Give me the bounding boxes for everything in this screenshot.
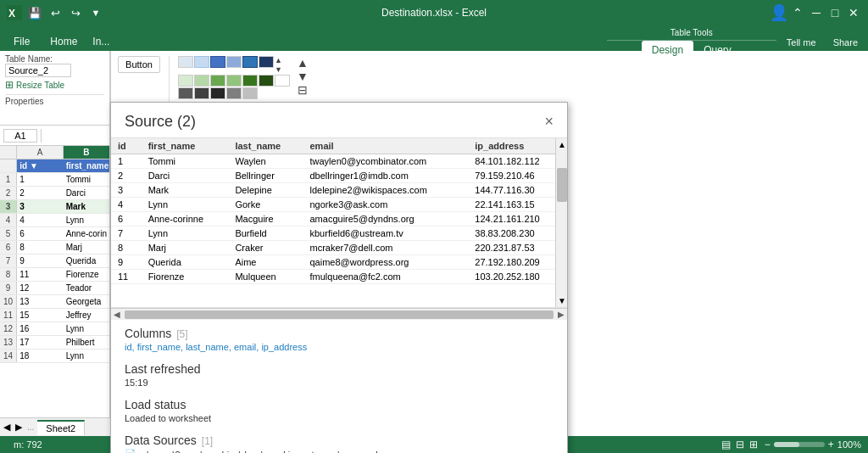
vertical-scrollbar[interactable]: ▲ ▼ bbox=[555, 138, 567, 307]
style-cell[interactable] bbox=[275, 75, 290, 87]
cell-14-b[interactable]: Lynn bbox=[64, 350, 109, 362]
style-cell[interactable] bbox=[210, 56, 225, 68]
tab-file[interactable]: File bbox=[3, 32, 40, 51]
close-btn[interactable]: ✕ bbox=[846, 5, 861, 20]
tell-me-btn[interactable]: Tell me bbox=[780, 34, 823, 51]
user-icon[interactable]: 👤 bbox=[771, 5, 787, 20]
share-btn[interactable]: Share bbox=[826, 34, 865, 51]
table-row[interactable]: 9QueridaAimeqaime8@wordpress.org27.192.1… bbox=[111, 255, 567, 270]
scroll-thumb-h[interactable] bbox=[125, 310, 554, 319]
cell-8-b[interactable]: Fiorenze bbox=[64, 268, 109, 281]
style-cell[interactable] bbox=[194, 56, 209, 68]
style-cell[interactable] bbox=[226, 56, 242, 68]
scroll-up-btn[interactable]: ▲ bbox=[556, 138, 567, 151]
cell-9-b[interactable]: Teador bbox=[64, 282, 109, 294]
style-cell[interactable] bbox=[194, 75, 209, 87]
cell-13-a[interactable]: 17 bbox=[17, 336, 63, 349]
cell-12-b[interactable]: Lynn bbox=[64, 322, 109, 335]
expand-styles-btn[interactable]: ⊟ bbox=[298, 83, 308, 97]
cell-10-a[interactable]: 13 bbox=[17, 295, 63, 308]
cell-reference-input[interactable] bbox=[3, 129, 37, 143]
sheet-nav-left[interactable]: ◀ bbox=[0, 420, 14, 434]
table-name-input[interactable] bbox=[5, 64, 71, 77]
cell-6-a[interactable]: 8 bbox=[17, 241, 63, 254]
table-row[interactable]: 7LynnBurfieldkburfield6@ustream.tv38.83.… bbox=[111, 226, 567, 241]
minimize-btn[interactable]: ─ bbox=[809, 5, 824, 20]
cell-7-b[interactable]: Querida bbox=[64, 254, 109, 267]
cell-5-a[interactable]: 6 bbox=[17, 227, 63, 240]
style-cell[interactable] bbox=[242, 56, 258, 68]
zoom-out-btn[interactable]: − bbox=[765, 439, 771, 450]
table-row[interactable]: 11FiorenzeMulqueenfmulqueena@fc2.com103.… bbox=[111, 270, 567, 284]
undo-icon[interactable]: ↩ bbox=[47, 5, 63, 20]
cell-2-a[interactable]: 2 bbox=[17, 187, 63, 199]
style-cell[interactable] bbox=[210, 75, 225, 87]
cell-0-a[interactable]: id ▼ bbox=[17, 159, 63, 172]
table-row[interactable]: 8MarjCrakermcraker7@dell.com220.231.87.5… bbox=[111, 241, 567, 255]
customize-icon[interactable]: ▼ bbox=[88, 5, 103, 20]
style-cell[interactable] bbox=[242, 75, 258, 87]
modal-close-btn[interactable]: × bbox=[544, 113, 554, 131]
modal-data-preview[interactable]: id first_name last_name email ip_address… bbox=[111, 138, 567, 308]
cell-9-a[interactable]: 12 bbox=[17, 282, 63, 294]
tab-home[interactable]: Home bbox=[40, 32, 87, 51]
cell-4-a[interactable]: 4 bbox=[17, 214, 63, 226]
save-icon[interactable]: 💾 bbox=[27, 5, 42, 20]
style-arrow-down[interactable]: ▼ bbox=[275, 65, 290, 74]
maximize-btn[interactable]: □ bbox=[827, 5, 843, 20]
style-cell[interactable] bbox=[210, 87, 225, 99]
sheet-nav-right[interactable]: ▶ bbox=[14, 420, 24, 434]
cell-11-b[interactable]: Jeffrey bbox=[64, 309, 109, 322]
normal-view-icon[interactable]: ▤ bbox=[721, 439, 731, 450]
cell-3-a[interactable]: 3 bbox=[17, 200, 63, 213]
scroll-right-btn[interactable]: ▶ bbox=[555, 310, 567, 319]
table-row[interactable]: 2DarciBellringerdbellringer1@imdb.com79.… bbox=[111, 169, 567, 183]
style-cell[interactable] bbox=[226, 87, 242, 99]
table-row[interactable]: 4LynnGorkengorke3@ask.com22.141.163.15 bbox=[111, 198, 567, 212]
style-cell[interactable] bbox=[226, 75, 242, 87]
ribbon-collapse-btn[interactable]: ⌃ bbox=[790, 5, 805, 20]
style-cell[interactable] bbox=[259, 56, 274, 68]
cell-1-a[interactable]: 1 bbox=[17, 173, 63, 186]
cell-14-a[interactable]: 18 bbox=[17, 350, 63, 362]
style-cell[interactable] bbox=[194, 87, 209, 99]
scroll-down-btn[interactable]: ▼ bbox=[556, 294, 567, 307]
cell-6-b[interactable]: Marj bbox=[64, 241, 109, 254]
table-row[interactable]: 6Anne-corinneMacguireamacguire5@dyndns.o… bbox=[111, 212, 567, 226]
page-layout-icon[interactable]: ⊟ bbox=[736, 439, 744, 450]
zoom-slider[interactable] bbox=[774, 442, 825, 447]
style-arrow-up[interactable]: ▲ bbox=[275, 56, 290, 64]
table-row[interactable]: 1TommiWaylentwaylen0@ycombinator.com84.1… bbox=[111, 154, 567, 169]
cell-3-b[interactable]: Mark bbox=[64, 200, 109, 213]
scroll-down-style-btn[interactable]: ▼ bbox=[297, 70, 309, 83]
cell-13-b[interactable]: Philbert bbox=[64, 336, 109, 349]
scroll-up-style-btn[interactable]: ▲ bbox=[297, 56, 309, 70]
horizontal-scrollbar[interactable]: ◀ ▶ bbox=[111, 308, 567, 320]
cell-11-a[interactable]: 15 bbox=[17, 309, 63, 322]
cell-10-b[interactable]: Georgeta bbox=[64, 295, 109, 308]
style-cell[interactable] bbox=[259, 75, 274, 87]
zoom-in-btn[interactable]: + bbox=[828, 439, 834, 450]
cell-7-a[interactable]: 9 bbox=[17, 254, 63, 267]
cell-4-b[interactable]: Lynn bbox=[64, 214, 109, 226]
cell-0-b[interactable]: first_name bbox=[64, 159, 109, 172]
style-cell[interactable] bbox=[178, 87, 193, 99]
style-cell[interactable] bbox=[242, 87, 258, 99]
tab-insert[interactable]: In... bbox=[87, 32, 114, 51]
resize-table-btn[interactable]: ⊞ Resize Table bbox=[5, 79, 104, 91]
button-ribbon-btn[interactable]: Button bbox=[118, 56, 160, 73]
cell-12-a[interactable]: 16 bbox=[17, 322, 63, 335]
scroll-left-btn[interactable]: ◀ bbox=[111, 310, 123, 319]
cell-8-a[interactable]: 11 bbox=[17, 268, 63, 281]
page-break-icon[interactable]: ⊞ bbox=[749, 439, 758, 450]
table-row[interactable]: 3MarkDelepineldelepine2@wikispaces.com14… bbox=[111, 183, 567, 198]
cell-1-b[interactable]: Tommi bbox=[64, 173, 109, 186]
cell-5-b[interactable]: Anne-corin bbox=[64, 227, 109, 240]
style-cell[interactable] bbox=[178, 75, 193, 87]
cell-2-b[interactable]: Darci bbox=[64, 187, 109, 199]
sheet-tab-sheet2[interactable]: Sheet2 bbox=[37, 420, 85, 435]
scroll-thumb-v[interactable] bbox=[557, 168, 567, 202]
style-cell[interactable] bbox=[178, 56, 193, 68]
sheet-more-btn[interactable]: ... bbox=[24, 421, 37, 433]
redo-icon[interactable]: ↪ bbox=[68, 5, 83, 20]
